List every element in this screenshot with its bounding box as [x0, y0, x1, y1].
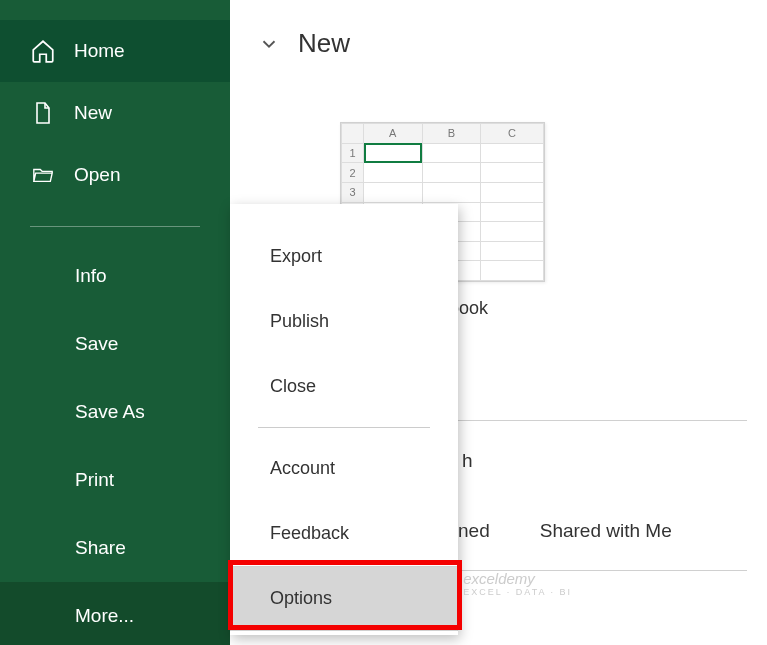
sidebar-item-share[interactable]: Share [0, 514, 230, 582]
sidebar-item-home[interactable]: Home [0, 20, 230, 82]
section-title: New [298, 28, 350, 59]
flyout-options[interactable]: Options [230, 566, 458, 631]
sidebar-item-info[interactable]: Info [0, 242, 230, 310]
sidebar-item-open[interactable]: Open [0, 144, 230, 206]
tab-shared[interactable]: Shared with Me [540, 520, 672, 542]
file-icon [30, 100, 56, 126]
sidebar-label: Home [74, 40, 125, 62]
flyout-feedback[interactable]: Feedback [230, 501, 458, 566]
sidebar-label: Open [74, 164, 120, 186]
chevron-down-icon [258, 33, 280, 55]
section-header[interactable]: New [230, 0, 767, 59]
tab-pinned-fragment[interactable]: ned [458, 520, 490, 542]
flyout-divider [258, 427, 430, 428]
sidebar-divider [30, 226, 200, 227]
sidebar-item-new[interactable]: New [0, 82, 230, 144]
sidebar-item-print[interactable]: Print [0, 446, 230, 514]
more-flyout: Export Publish Close Account Feedback Op… [230, 204, 458, 635]
flyout-close[interactable]: Close [230, 354, 458, 419]
flyout-export[interactable]: Export [230, 224, 458, 289]
sidebar-item-saveas[interactable]: Save As [0, 378, 230, 446]
search-text-fragment: h [462, 450, 473, 472]
folder-open-icon [30, 162, 56, 188]
flyout-account[interactable]: Account [230, 436, 458, 501]
sidebar-item-save[interactable]: Save [0, 310, 230, 378]
home-icon [30, 38, 56, 64]
sidebar-item-more[interactable]: More... [0, 582, 230, 645]
flyout-publish[interactable]: Publish [230, 289, 458, 354]
sidebar-label: New [74, 102, 112, 124]
backstage-sidebar: Home New Open Info Save Save As Print Sh… [0, 0, 230, 645]
